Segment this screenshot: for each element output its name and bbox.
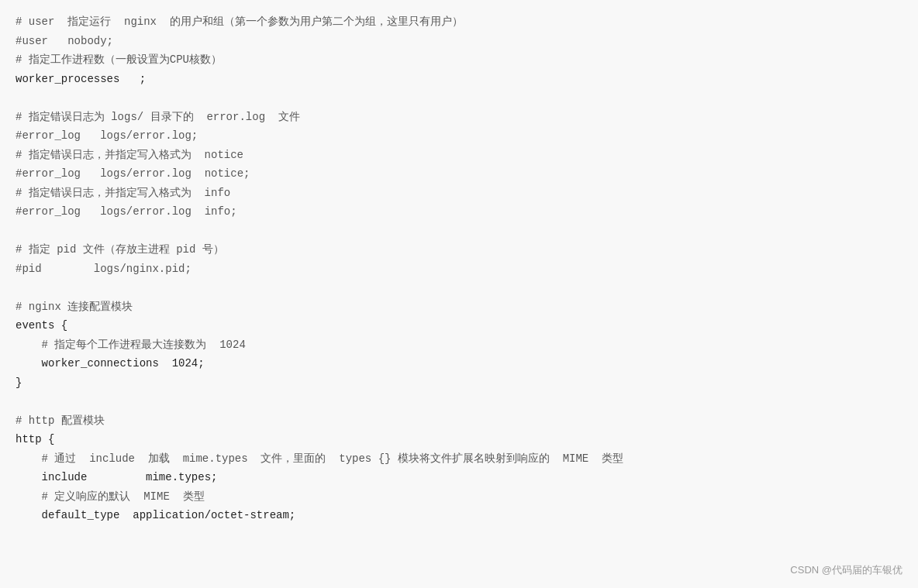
code-content: # user 指定运行 nginx 的用户和组（第一个参数为用户第二个为组，这里… bbox=[16, 12, 902, 525]
code-line: default_type application/octet-stream; bbox=[16, 509, 295, 521]
watermark: CSDN @代码届的车银优 bbox=[790, 563, 902, 577]
code-line: worker_connections 1024; bbox=[16, 357, 205, 370]
code-line: include mime.types; bbox=[16, 471, 217, 483]
code-line: # 指定每个工作进程最大连接数为 1024 bbox=[16, 339, 246, 351]
code-line: worker_processes ; bbox=[16, 73, 146, 85]
code-line: #user nobody; bbox=[16, 35, 113, 47]
code-line: #error_log logs/error.log; bbox=[16, 129, 198, 142]
code-line: #pid logs/nginx.pid; bbox=[16, 263, 192, 275]
code-line: # 指定错误日志，并指定写入格式为 notice bbox=[16, 149, 243, 161]
code-line: # 指定错误日志，并指定写入格式为 info bbox=[16, 187, 230, 199]
code-line: #error_log logs/error.log info; bbox=[16, 205, 237, 218]
code-line: #error_log logs/error.log notice; bbox=[16, 167, 250, 180]
code-line: # nginx 连接配置模块 bbox=[16, 301, 133, 313]
code-line: } bbox=[16, 377, 22, 389]
code-line: # 定义响应的默认 MIME 类型 bbox=[16, 490, 205, 503]
code-line: # 指定错误日志为 logs/ 目录下的 error.log 文件 bbox=[16, 111, 300, 123]
code-line: # 通过 include 加载 mime.types 文件，里面的 types … bbox=[16, 452, 623, 465]
code-line: events { bbox=[16, 319, 67, 332]
code-line: # 指定 pid 文件（存放主进程 pid 号） bbox=[16, 243, 224, 256]
code-line: http { bbox=[16, 433, 54, 445]
code-line: # user 指定运行 nginx 的用户和组（第一个参数为用户第二个为组，这里… bbox=[16, 15, 463, 28]
code-line: # 指定工作进程数（一般设置为CPU核数） bbox=[16, 53, 222, 66]
code-line: # http 配置模块 bbox=[16, 414, 105, 427]
